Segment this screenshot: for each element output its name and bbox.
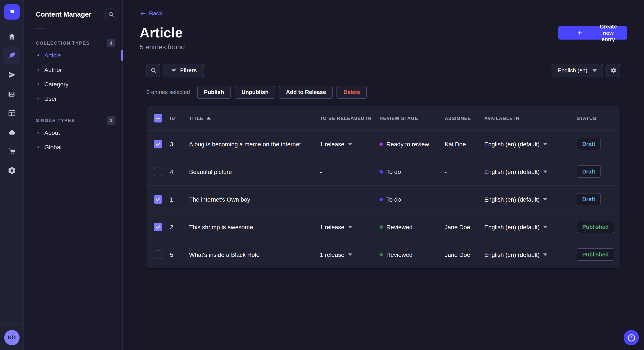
review-stage-dot-icon — [380, 253, 383, 256]
row-checkbox[interactable] — [154, 140, 162, 148]
sidebar-item-article[interactable]: Article — [24, 48, 122, 62]
review-stage-dot-icon — [380, 142, 383, 146]
section-label: SINGLE TYPES — [36, 118, 75, 123]
locale-select[interactable]: English (en) — [551, 64, 603, 77]
search-icon — [147, 64, 160, 77]
cell-id: 5 — [170, 251, 189, 258]
column-header-title[interactable]: TITLE — [189, 116, 320, 121]
sidebar-item-about[interactable]: About — [24, 126, 122, 140]
status-badge: Draft — [577, 193, 601, 205]
cell-to-be-released-in: 1 release — [320, 223, 380, 230]
cloud-deploy-icon — [8, 128, 16, 137]
locale-label: English (en) (default) — [484, 168, 540, 175]
rail-header — [0, 0, 24, 24]
add-to-release-button[interactable]: Add to Release — [279, 86, 333, 98]
status-badge: Draft — [577, 166, 601, 178]
chevron-down-icon[interactable] — [543, 198, 547, 200]
gear-icon — [607, 64, 620, 77]
column-header-available-in[interactable]: AVAILABLE IN — [484, 116, 577, 121]
table-row[interactable]: 1The internet's Own boy-To do-English (e… — [146, 185, 620, 213]
row-checkbox[interactable] — [154, 195, 162, 203]
cell-title: What's inside a Black Hole — [189, 251, 320, 258]
bullet-icon — [38, 54, 39, 56]
column-header-released[interactable]: TO BE RELEASED IN — [320, 116, 380, 121]
subnav-divider — [36, 28, 45, 28]
media-library-icon — [8, 90, 16, 98]
view-settings-button[interactable] — [606, 64, 620, 77]
cell-review-stage: Ready to review — [380, 141, 445, 147]
filter-lines-icon — [171, 64, 177, 77]
publish-button[interactable]: Publish — [197, 86, 231, 98]
review-stage-dot-icon — [380, 225, 383, 229]
rail-item-home-icon[interactable] — [3, 28, 20, 45]
column-header-status[interactable]: STATUS — [577, 116, 620, 121]
chevron-down-icon[interactable] — [543, 226, 547, 228]
table-row[interactable]: 3A bug is becoming a meme on the interne… — [146, 130, 620, 158]
row-checkbox[interactable] — [154, 250, 162, 259]
chevron-down-icon — [592, 69, 597, 72]
chevron-down-icon[interactable] — [543, 253, 547, 256]
content-type-builder-icon — [8, 109, 16, 117]
rail-item-settings-gear-icon[interactable] — [3, 162, 20, 179]
column-header-review-stage[interactable]: REVIEW STAGE — [380, 116, 445, 121]
table-row[interactable]: 2This shrimp is awesome1 releaseReviewed… — [146, 213, 620, 240]
chevron-down-icon[interactable] — [348, 143, 352, 145]
select-all-checkbox[interactable] — [154, 114, 162, 122]
cell-assignee: Jane Doe — [445, 223, 484, 230]
cell-available-in: English (en) (default) — [484, 223, 577, 230]
sidebar-item-global[interactable]: Global — [24, 140, 122, 154]
cell-review-stage: Reviewed — [380, 251, 445, 258]
help-button[interactable]: ? — [624, 330, 639, 345]
create-new-entry-button[interactable]: Create new entry — [558, 26, 627, 39]
review-stage-label: Reviewed — [386, 251, 412, 258]
avatar[interactable]: KD — [4, 330, 20, 345]
table-row[interactable]: 4Beautiful picture-To do-English (en) (d… — [146, 158, 620, 185]
bullet-icon — [38, 69, 39, 71]
cell-available-in: English (en) (default) — [484, 168, 577, 175]
sidebar-item-category[interactable]: Category — [24, 77, 122, 91]
cell-id: 2 — [170, 223, 189, 230]
rail-item-send-plane-icon[interactable] — [3, 66, 20, 83]
release-count: - — [320, 196, 322, 203]
row-checkbox[interactable] — [154, 223, 162, 231]
rail-item-feather-content-icon[interactable] — [3, 47, 20, 64]
locale-label: English (en) (default) — [484, 223, 540, 230]
row-checkbox[interactable] — [154, 167, 162, 176]
rail-item-marketplace-cart-icon[interactable] — [3, 143, 20, 160]
sidebar-item-user[interactable]: User — [24, 91, 122, 106]
rail-icon-list — [0, 28, 24, 179]
cell-to-be-released-in: 1 release — [320, 141, 380, 147]
unpublish-button[interactable]: Unpublish — [235, 86, 275, 98]
rail-item-media-library-icon[interactable] — [3, 85, 20, 103]
column-header-id[interactable]: ID — [170, 116, 189, 121]
column-header-assignee[interactable]: ASSIGNEE — [445, 116, 484, 121]
rail-item-content-type-builder-icon[interactable] — [3, 105, 20, 122]
cell-to-be-released-in: - — [320, 168, 380, 175]
back-link[interactable]: Back — [140, 10, 162, 16]
table-row[interactable]: 5What's inside a Black Hole1 releaseRevi… — [146, 240, 620, 268]
main-content: Back Article Create new entry 5 entries … — [123, 0, 644, 350]
send-plane-icon — [8, 71, 16, 79]
rail-item-cloud-deploy-icon[interactable] — [3, 124, 20, 141]
subnav-search-button[interactable] — [105, 8, 117, 20]
cell-review-stage: To do — [380, 168, 445, 175]
content-manager-subnav: Content Manager COLLECTION TYPES4Article… — [24, 0, 123, 350]
chevron-down-icon[interactable] — [543, 143, 547, 145]
sidebar-item-author[interactable]: Author — [24, 62, 122, 77]
chevron-down-icon[interactable] — [348, 226, 352, 228]
table-search-button[interactable] — [146, 64, 160, 77]
cell-to-be-released-in: - — [320, 196, 380, 203]
subnav-section: COLLECTION TYPES4ArticleAuthorCategoryUs… — [24, 38, 122, 106]
filters-button[interactable]: Filters — [164, 64, 204, 77]
cell-assignee: Jane Doe — [445, 251, 484, 258]
search-icon — [106, 9, 117, 20]
chevron-down-icon[interactable] — [543, 170, 547, 173]
delete-button[interactable]: Delete — [337, 86, 367, 98]
review-stage-label: Ready to review — [386, 141, 429, 147]
chevron-down-icon[interactable] — [348, 253, 352, 256]
strapi-logo-icon[interactable] — [4, 4, 20, 19]
section-count-badge: 2 — [107, 116, 116, 125]
sidebar-item-label: User — [44, 95, 57, 102]
locale-select-value: English (en) — [558, 67, 587, 74]
bullet-icon — [38, 83, 39, 85]
